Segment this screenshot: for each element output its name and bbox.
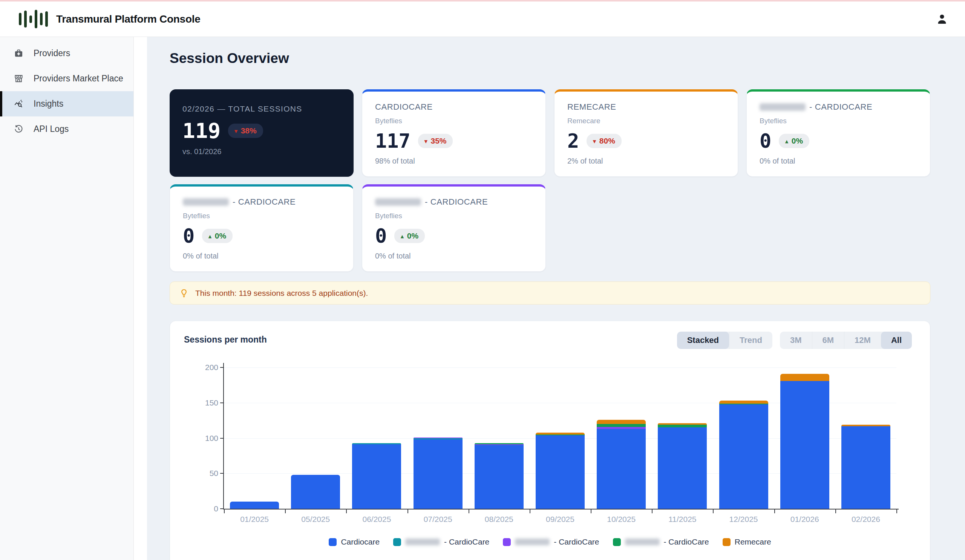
bar-segment <box>719 404 768 509</box>
sidebar-item-label: Providers Market Place <box>34 73 123 84</box>
x-axis-category-label: 12/2025 <box>713 515 774 524</box>
insight-banner: This month: 119 sessions across 5 applic… <box>170 281 930 304</box>
y-axis-tick-label: 200 <box>192 363 218 372</box>
banner-text: This month: 119 sessions across 5 applic… <box>195 289 368 298</box>
x-axis-tick <box>835 509 836 513</box>
x-axis-category-label: 01/2025 <box>224 515 285 524</box>
sidebar-item-insights[interactable]: Insights <box>0 91 133 116</box>
kpi-card-total-sessions: 02/2026 — TOTAL SESSIONS 119 ▾38% vs. 01… <box>170 89 353 177</box>
redacted-app-name <box>405 539 440 545</box>
arrow-up-icon: ▴ <box>208 233 211 239</box>
toggle-stacked[interactable]: Stacked <box>677 331 729 349</box>
kpi-value: 0 <box>375 226 387 246</box>
bar-segment <box>780 381 829 509</box>
toggle-12m[interactable]: 12M <box>844 331 881 349</box>
x-axis-tick <box>224 509 225 513</box>
delta-badge: ▴0% <box>394 229 425 243</box>
bar-segment <box>474 443 523 445</box>
bar-segment <box>719 401 768 403</box>
y-axis-tick-label: 50 <box>192 469 218 478</box>
x-axis-tick <box>285 509 286 513</box>
redacted-app-name <box>760 103 806 111</box>
sidebar-item-providers-market-place[interactable]: Providers Market Place <box>0 66 133 91</box>
sidebar-item-label: Providers <box>34 48 70 59</box>
toggle-3m[interactable]: 3M <box>780 331 812 349</box>
x-axis-category-label: 02/2026 <box>835 515 896 524</box>
legend-item: - CardioCare <box>503 537 599 547</box>
sessions-chart-card: Sessions per month Stacked Trend 3M 6M 1… <box>170 321 930 560</box>
delta-badge: ▴0% <box>202 229 232 243</box>
legend-label: Cardiocare <box>341 537 379 547</box>
kpi-app-subtitle: Byteflies <box>760 117 917 125</box>
sidebar-item-label: API Logs <box>34 124 69 134</box>
kpi-value: 0 <box>183 226 195 246</box>
kpi-app-subtitle: Byteflies <box>375 212 533 220</box>
legend-item: - CardioCare <box>613 537 709 547</box>
x-axis-category-label: 07/2025 <box>407 515 469 524</box>
bar-segment <box>841 425 890 426</box>
toggle-trend[interactable]: Trend <box>729 331 772 349</box>
x-axis-category-label: 01/2026 <box>774 515 835 524</box>
legend-label: - CardioCare <box>444 537 489 547</box>
bar-segment <box>658 427 707 509</box>
y-axis-tick-label: 0 <box>192 504 218 513</box>
chart-legend: Cardiocare- CardioCare- CardioCare- Card… <box>170 537 930 547</box>
kpi-footer: 98% of total <box>375 157 533 165</box>
bar-segment <box>719 403 768 404</box>
app-logo-icon <box>19 8 48 31</box>
redacted-app-name <box>625 539 660 545</box>
legend-label: - CardioCare <box>664 537 709 547</box>
bar-segment <box>597 427 646 429</box>
x-axis-tick <box>346 509 347 513</box>
bar-segment <box>597 424 646 427</box>
kpi-footer: 0% of total <box>183 252 340 260</box>
sidebar: Providers Providers Market Place Insight… <box>0 37 134 560</box>
y-axis-tick-label: 100 <box>192 434 218 443</box>
delta-badge: ▾80% <box>587 134 622 148</box>
x-axis-category-label: 05/2025 <box>285 515 346 524</box>
legend-swatch-icon <box>393 538 401 546</box>
app-title: Transmural Platform Console <box>56 13 200 25</box>
storefront-icon <box>13 73 24 84</box>
delta-badge: ▾38% <box>228 124 263 138</box>
kpi-card-remecare: REMECARE Remecare 2 ▾80% 2% of total <box>554 89 738 177</box>
kpi-value: 117 <box>375 131 411 151</box>
bar-segment <box>597 420 646 424</box>
kpi-footer: 0% of total <box>760 157 917 165</box>
legend-item: Remecare <box>723 537 771 547</box>
kpi-label: 02/2026 — TOTAL SESSIONS <box>182 104 341 113</box>
history-clock-icon <box>13 124 24 134</box>
bar-segment <box>474 444 523 445</box>
bar-segment <box>780 374 829 381</box>
bar-segment <box>658 425 707 428</box>
sidebar-item-providers[interactable]: Providers <box>0 41 133 66</box>
kpi-value: 119 <box>182 120 221 141</box>
kpi-footer: vs. 01/2026 <box>182 147 341 156</box>
x-axis-tick <box>407 509 408 513</box>
x-axis-tick <box>652 509 653 513</box>
toggle-6m[interactable]: 6M <box>812 331 844 349</box>
y-axis-tick-label: 150 <box>192 398 218 407</box>
kpi-card-cardiocare: CARDIOCARE Byteflies 117 ▾35% 98% of tot… <box>362 89 546 177</box>
redacted-app-name <box>183 198 229 206</box>
x-axis-category-label: 08/2025 <box>469 515 530 524</box>
legend-item: Cardiocare <box>329 537 379 547</box>
y-axis-line <box>223 363 224 509</box>
x-axis-tick <box>530 509 530 513</box>
page-title: Session Overview <box>170 51 289 66</box>
redacted-app-name <box>375 198 421 206</box>
bar-segment <box>414 438 463 440</box>
bar-segment <box>597 429 646 509</box>
arrow-up-icon: ▴ <box>401 233 404 239</box>
view-toggle: Stacked Trend <box>677 331 772 349</box>
kpi-card-redacted-cardiocare-3: - CARDIOCARE Byteflies 0 ▴0% 0% of total <box>362 184 546 272</box>
user-avatar-icon[interactable] <box>936 13 949 26</box>
sidebar-item-api-logs[interactable]: API Logs <box>0 116 133 142</box>
bar-segment <box>414 438 463 438</box>
bar-segment <box>291 475 340 509</box>
toggle-all[interactable]: All <box>881 331 912 349</box>
insights-chart-icon <box>13 99 24 109</box>
x-axis-tick <box>713 509 713 513</box>
y-gridline <box>224 367 896 368</box>
legend-swatch-icon <box>503 538 511 546</box>
